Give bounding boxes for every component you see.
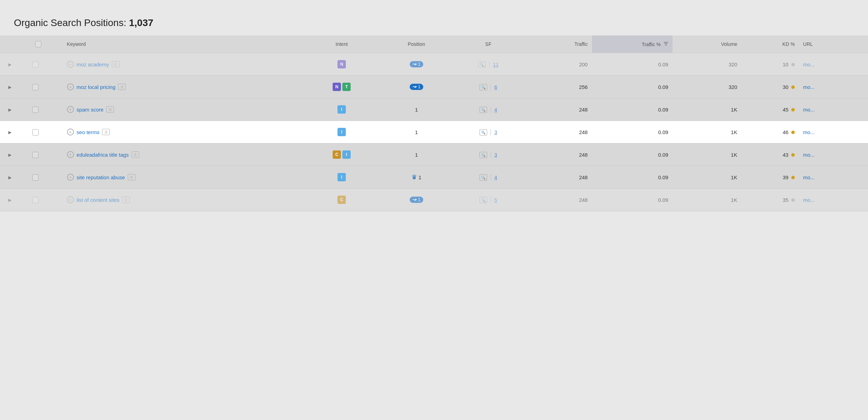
sf-container: 🔍 5	[479, 197, 497, 203]
url-link[interactable]: mo...	[803, 129, 815, 135]
add-icon[interactable]: +	[67, 129, 74, 135]
keyword-link[interactable]: + eduleadafrica title tags ☰	[67, 151, 139, 158]
kd-value: 46	[783, 129, 788, 135]
url-link[interactable]: mo...	[803, 152, 815, 158]
col-header-keyword[interactable]: Keyword	[63, 35, 304, 53]
add-icon[interactable]: +	[67, 151, 74, 158]
volume-cell: 1K	[673, 121, 742, 143]
kd-dot	[791, 198, 795, 202]
col-header-kd[interactable]: KD %	[741, 35, 799, 53]
keyword-cell: + spam score ☰	[63, 98, 304, 121]
sf-number[interactable]: 5	[494, 197, 497, 203]
add-icon[interactable]: +	[67, 83, 74, 90]
checkbox-cell	[28, 143, 62, 166]
checkbox-cell	[28, 98, 62, 121]
expander-cell: ▶	[0, 189, 28, 211]
col-header-position[interactable]: Position	[379, 35, 454, 53]
col-header-checkbox[interactable]	[28, 35, 62, 53]
row-checkbox[interactable]	[32, 61, 39, 68]
sf-number[interactable]: 4	[494, 175, 497, 180]
position-link-icon: 1	[410, 84, 423, 90]
url-link[interactable]: mo...	[803, 61, 815, 67]
kd-dot	[791, 131, 795, 134]
col-header-traffic[interactable]: Traffic	[523, 35, 592, 53]
intent-cell: N	[304, 53, 379, 76]
add-icon[interactable]: +	[67, 174, 74, 181]
expander-button[interactable]: ▶	[7, 107, 13, 113]
url-link[interactable]: mo...	[803, 197, 815, 203]
sf-container: 🔍 3	[479, 152, 497, 158]
add-icon[interactable]: +	[67, 106, 74, 113]
col-header-expander	[0, 35, 28, 53]
traffic-pct-value: 0.09	[658, 129, 668, 135]
kd-cell: 30	[741, 76, 799, 98]
traffic-cell: 248	[523, 121, 592, 143]
col-header-sf[interactable]: SF	[454, 35, 523, 53]
sf-number[interactable]: 3	[494, 152, 497, 158]
sf-divider	[491, 174, 491, 181]
table-body: ▶ + moz academy ☰ N 1 🔍 11 2000.09320 10…	[0, 53, 868, 211]
checkbox-cell	[28, 121, 62, 143]
row-checkbox[interactable]	[32, 174, 39, 181]
expander-button[interactable]: ▶	[7, 84, 13, 90]
serp-icon[interactable]: ☰	[132, 151, 139, 158]
traffic-cell: 248	[523, 166, 592, 189]
keyword-link[interactable]: + spam score ☰	[67, 106, 114, 113]
page-wrapper: Organic Search Positions: 1,037 Keyword …	[0, 0, 868, 420]
row-checkbox[interactable]	[32, 84, 39, 90]
keyword-link[interactable]: + site reputation abuse ☰	[67, 174, 135, 181]
serp-icon[interactable]: ☰	[128, 174, 135, 180]
expander-button[interactable]: ▶	[7, 197, 13, 203]
serp-icon[interactable]: ☰	[122, 197, 130, 203]
row-checkbox[interactable]	[32, 129, 39, 135]
volume-value: 1K	[731, 197, 737, 203]
row-checkbox[interactable]	[32, 107, 39, 113]
traffic-pct-filter-icon[interactable]	[663, 41, 668, 46]
url-link[interactable]: mo...	[803, 84, 815, 90]
serp-icon[interactable]: ☰	[106, 106, 114, 113]
row-seo-terms: ▶ + seo terms ☰ I1 🔍 3 2480.091K 46 mo..…	[0, 121, 868, 143]
url-link[interactable]: mo...	[803, 174, 815, 180]
expander-button[interactable]: ▶	[7, 174, 13, 181]
keyword-text: moz academy	[77, 61, 109, 67]
keyword-text: list of content sites	[77, 197, 119, 203]
col-header-intent[interactable]: Intent	[304, 35, 379, 53]
expander-cell: ▶	[0, 121, 28, 143]
keyword-link[interactable]: + seo terms ☰	[67, 129, 110, 135]
traffic-cell: 248	[523, 143, 592, 166]
serp-icon[interactable]: ☰	[102, 129, 110, 135]
sf-number[interactable]: 4	[494, 107, 497, 113]
traffic-pct-cell: 0.09	[592, 143, 673, 166]
sf-divider	[491, 107, 491, 113]
url-link[interactable]: mo...	[803, 107, 815, 113]
row-checkbox[interactable]	[32, 152, 39, 158]
expander-button[interactable]: ▶	[7, 61, 13, 68]
position-cell: 1	[379, 189, 454, 211]
add-icon[interactable]: +	[67, 61, 74, 68]
sf-number[interactable]: 11	[493, 62, 499, 67]
row-checkbox[interactable]	[32, 197, 39, 203]
crown-icon: ♛	[411, 174, 417, 181]
expander-button[interactable]: ▶	[7, 152, 13, 158]
sf-serp-icon: 🔍	[479, 152, 487, 158]
col-header-volume[interactable]: Volume	[673, 35, 742, 53]
traffic-pct-value: 0.09	[658, 61, 668, 67]
volume-value: 1K	[731, 107, 737, 113]
keyword-link[interactable]: + moz local pricing ☰	[67, 83, 126, 90]
keyword-link[interactable]: + moz academy ☰	[67, 61, 119, 68]
position-crown: ♛ 1	[411, 174, 422, 180]
serp-icon[interactable]: ☰	[112, 61, 119, 67]
col-header-traffic-pct[interactable]: Traffic %	[592, 35, 673, 53]
col-header-url[interactable]: URL	[799, 35, 868, 53]
add-icon[interactable]: +	[67, 196, 74, 203]
position-link-icon: 1	[410, 61, 423, 67]
select-all-checkbox[interactable]	[35, 41, 41, 47]
position-value: 1	[415, 152, 418, 158]
sf-number[interactable]: 3	[494, 130, 497, 135]
expander-button[interactable]: ▶	[7, 129, 13, 135]
position-value: 1	[415, 129, 418, 135]
keyword-link[interactable]: + list of content sites ☰	[67, 196, 130, 203]
position-cell: 1	[379, 53, 454, 76]
sf-number[interactable]: 6	[494, 84, 497, 90]
serp-icon[interactable]: ☰	[118, 84, 126, 90]
